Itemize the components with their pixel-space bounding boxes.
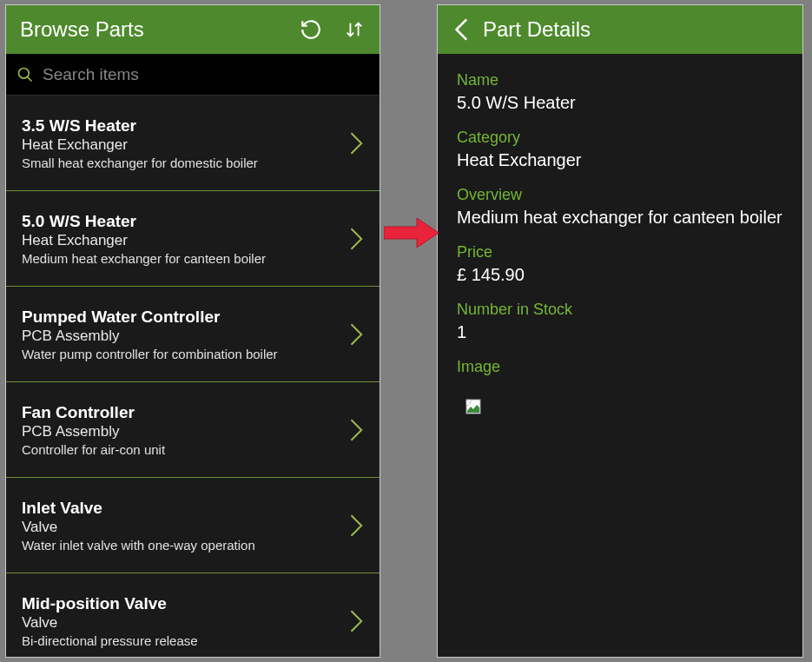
back-icon[interactable] bbox=[452, 19, 472, 40]
item-desc: Medium heat exchanger for canteen boiler bbox=[22, 251, 343, 266]
list-item-content: Pumped Water Controller PCB Assembly Wat… bbox=[22, 308, 343, 361]
chevron-right-icon bbox=[350, 610, 364, 632]
list-item-content: Fan Controller PCB Assembly Controller f… bbox=[22, 403, 343, 457]
item-title: 5.0 W/S Heater bbox=[22, 212, 343, 231]
item-desc: Controller for air-con unit bbox=[22, 442, 343, 457]
list-item[interactable]: Inlet Valve Valve Water inlet valve with… bbox=[6, 478, 380, 573]
value-category: Heat Exchanger bbox=[457, 150, 783, 170]
item-title: 3.5 W/S Heater bbox=[22, 116, 343, 136]
red-arrow-annotation bbox=[384, 216, 439, 249]
details-panel: Part Details Name 5.0 W/S Heater Categor… bbox=[437, 4, 803, 658]
value-name: 5.0 W/S Heater bbox=[457, 93, 783, 113]
search-input[interactable] bbox=[43, 65, 369, 84]
list-item-content: 5.0 W/S Heater Heat Exchanger Medium hea… bbox=[22, 212, 343, 266]
list-item-content: Inlet Valve Valve Water inlet valve with… bbox=[22, 499, 343, 553]
browse-panel: Browse Parts bbox=[5, 4, 380, 658]
value-price: £ 145.90 bbox=[457, 265, 783, 285]
refresh-icon[interactable] bbox=[300, 18, 322, 41]
details-header: Part Details bbox=[438, 5, 802, 54]
item-category: PCB Assembly bbox=[22, 328, 343, 345]
svg-point-2 bbox=[19, 68, 30, 78]
chevron-right-icon bbox=[350, 132, 364, 155]
list-item-content: 3.5 W/S Heater Heat Exchanger Small heat… bbox=[22, 116, 343, 170]
chevron-right-icon bbox=[350, 419, 364, 441]
list-item[interactable]: 3.5 W/S Heater Heat Exchanger Small heat… bbox=[6, 96, 380, 191]
item-title: Fan Controller bbox=[22, 403, 343, 422]
value-overview: Medium heat exchanger for canteen boiler bbox=[457, 208, 783, 228]
broken-image-icon bbox=[465, 399, 479, 413]
browse-title: Browse Parts bbox=[20, 17, 300, 42]
label-image: Image bbox=[457, 358, 783, 376]
list-item[interactable]: 5.0 W/S Heater Heat Exchanger Medium hea… bbox=[6, 191, 380, 287]
details-body: Name 5.0 W/S Heater Category Heat Exchan… bbox=[438, 54, 802, 434]
chevron-right-icon bbox=[350, 514, 364, 537]
item-title: Pumped Water Controller bbox=[22, 308, 343, 327]
sort-icon[interactable] bbox=[343, 18, 366, 41]
item-category: Heat Exchanger bbox=[22, 136, 343, 154]
label-category: Category bbox=[457, 129, 783, 147]
label-overview: Overview bbox=[457, 186, 783, 204]
list-item[interactable]: Mid-position Valve Valve Bi-directional … bbox=[6, 573, 380, 662]
item-category: Valve bbox=[22, 614, 343, 632]
label-name: Name bbox=[457, 71, 783, 89]
search-icon bbox=[17, 66, 34, 83]
item-title: Mid-position Valve bbox=[22, 594, 343, 613]
parts-list: 3.5 W/S Heater Heat Exchanger Small heat… bbox=[6, 96, 380, 662]
item-desc: Water inlet valve with one-way operation bbox=[22, 538, 343, 553]
value-stock: 1 bbox=[457, 322, 783, 342]
item-category: Heat Exchanger bbox=[22, 232, 343, 249]
search-bar[interactable] bbox=[6, 54, 380, 96]
list-item[interactable]: Pumped Water Controller PCB Assembly Wat… bbox=[6, 287, 380, 382]
chevron-right-icon bbox=[350, 228, 364, 250]
item-title: Inlet Valve bbox=[22, 499, 343, 518]
item-category: Valve bbox=[22, 519, 343, 536]
item-desc: Bi-directional pressure release bbox=[22, 633, 343, 648]
chevron-right-icon bbox=[350, 323, 364, 346]
item-category: PCB Assembly bbox=[22, 423, 343, 440]
browse-header: Browse Parts bbox=[6, 5, 380, 54]
list-item-content: Mid-position Valve Valve Bi-directional … bbox=[22, 594, 343, 648]
list-item[interactable]: Fan Controller PCB Assembly Controller f… bbox=[6, 382, 380, 478]
svg-line-3 bbox=[28, 76, 32, 81]
header-actions bbox=[300, 18, 366, 41]
label-stock: Number in Stock bbox=[457, 301, 783, 319]
details-title: Part Details bbox=[483, 17, 789, 42]
label-price: Price bbox=[457, 243, 783, 261]
item-desc: Small heat exchanger for domestic boiler bbox=[22, 156, 343, 170]
item-desc: Water pump controller for combination bo… bbox=[22, 347, 343, 361]
